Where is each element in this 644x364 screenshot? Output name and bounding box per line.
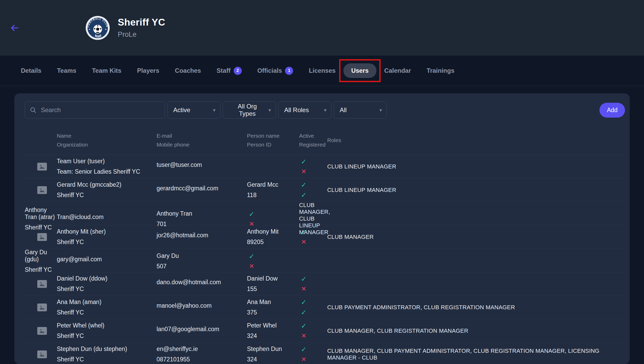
avatar	[25, 280, 57, 288]
roles-filter-value: All Roles	[284, 106, 309, 114]
person-id: 324	[247, 356, 299, 363]
avatar	[25, 304, 57, 311]
active-status-icon: ✓	[300, 276, 308, 282]
tab-label: Players	[137, 67, 159, 74]
table-row[interactable]: Ana Man (aman)Sheriff YC manoel@yahoo.co…	[25, 295, 625, 319]
search-input[interactable]	[40, 106, 160, 114]
tab-players[interactable]: Players	[137, 67, 159, 74]
tab-details[interactable]: Details	[21, 67, 41, 74]
person-name: Peter Whel	[247, 322, 299, 329]
table-row[interactable]: Anthony Mit (sher)Sheriff YC jor26@hotma…	[25, 225, 625, 248]
tab-label: Teams	[57, 67, 76, 74]
roles-filter-select[interactable]: All Roles ▾	[278, 101, 331, 119]
person-name: Daniel Dow	[247, 275, 299, 282]
search-icon	[30, 107, 36, 113]
user-roles: CLUB MANAGER, CLUB PAYMENT ADMINISTRATOR…	[327, 348, 625, 361]
person-name: Stephen Dun	[247, 345, 299, 353]
tab-coaches[interactable]: Coaches	[175, 67, 201, 74]
user-organization: Team: Senior Ladies Sheriff YC	[57, 168, 157, 175]
registered-status-icon: ✕	[300, 168, 308, 175]
image-placeholder-icon	[37, 327, 47, 335]
person-id: 507	[157, 263, 247, 270]
person-id: 118	[247, 192, 299, 199]
scope-filter-value: All	[340, 106, 347, 114]
tab-team-kits[interactable]: Team Kits	[92, 67, 121, 74]
image-placeholder-icon	[37, 304, 47, 311]
chevron-down-icon: ▾	[213, 107, 215, 113]
tab-officials[interactable]: Officials1	[257, 67, 293, 75]
back-button[interactable]	[9, 22, 20, 34]
user-organization: Sheriff YC	[57, 356, 157, 363]
tab-label: Officials	[257, 67, 282, 74]
user-organization: Sheriff YC	[57, 309, 157, 316]
person-name: Gary Du	[157, 252, 247, 259]
col-header-organization: Organization	[57, 142, 157, 148]
tab-label: Team Kits	[92, 67, 121, 74]
user-email: manoel@yahoo.com	[157, 302, 247, 309]
user-mobile: 0872101955	[157, 356, 247, 363]
user-roles: CLUB PAYMENT ADMINISTRATOR, CLUB REGISTR…	[327, 304, 625, 311]
table-row[interactable]: Anthony Tran (atrar)Sheriff YC Tran@iclo…	[25, 202, 625, 225]
table-row[interactable]: Gerard Mcc (gmccabe2)Sheriff YC gerardmc…	[25, 178, 625, 202]
officials-count-badge: 1	[285, 67, 293, 75]
user-email: Tran@icloud.com	[57, 214, 157, 221]
avatar	[25, 186, 57, 194]
page-title: Sheriff YC	[118, 17, 165, 28]
registered-status-icon: ✕	[300, 356, 308, 362]
tab-licenses[interactable]: Licenses	[309, 67, 336, 74]
active-status-icon: ✓	[247, 211, 256, 217]
tab-teams[interactable]: Teams	[57, 67, 76, 74]
active-status-icon: ✓	[300, 346, 308, 353]
registered-status-icon: ✓	[300, 309, 308, 316]
user-email: en@sheriffyc.ie	[157, 345, 247, 353]
col-header-email: E-mail	[157, 133, 247, 139]
users-table: Name Organization E-mail Mobile phone Pe…	[25, 129, 625, 364]
chevron-down-icon: ▾	[324, 107, 326, 113]
tab-trainings[interactable]: Trainings	[427, 67, 455, 74]
page-subtitle: ProLe	[118, 31, 165, 39]
person-name: Anthony Mit	[247, 228, 299, 235]
arrow-left-icon	[10, 23, 20, 33]
user-email: lan07@googlemail.com	[157, 326, 247, 333]
user-name: Ana Man (aman)	[57, 299, 157, 306]
registered-status-icon: ✕	[300, 333, 308, 339]
tab-users[interactable]: Users	[343, 63, 376, 78]
tab-calendar[interactable]: Calendar	[384, 67, 411, 74]
user-email: tuser@tuser.com	[157, 161, 247, 168]
active-status-icon: ✓	[300, 158, 308, 165]
football-club-badge-icon: FOOTBALL CLUB ★ ★	[85, 16, 110, 40]
person-name: Ana Man	[247, 299, 299, 306]
registered-status-icon: ✕	[300, 286, 308, 292]
add-user-button[interactable]: Add	[599, 103, 625, 118]
user-roles: CLUB LINEUP MANAGER	[327, 187, 625, 193]
status-filter-select[interactable]: Active ▾	[167, 101, 220, 119]
tab-label: Licenses	[309, 67, 336, 74]
tab-label: Trainings	[427, 67, 455, 74]
avatar	[25, 233, 57, 241]
user-name: Daniel Dow (ddow)	[57, 275, 157, 282]
user-email: gerardmcc@gmail.com	[157, 185, 247, 192]
registered-status-icon: ✓	[300, 192, 308, 198]
scope-filter-select[interactable]: All ▾	[334, 101, 387, 119]
person-id: 324	[247, 332, 299, 339]
person-id: 89205	[247, 239, 299, 246]
avatar	[25, 350, 57, 358]
user-name: Team User (tuser)	[57, 158, 157, 165]
col-header-mobile: Mobile phone	[157, 142, 247, 148]
table-row[interactable]: Gary Du (gdu)Sheriff YC gary@gmail.com G…	[25, 248, 625, 272]
col-header-registered: Registered	[299, 142, 327, 148]
table-row[interactable]: Daniel Dow (ddow)Sheriff YC dano.dow@hot…	[25, 272, 625, 295]
active-status-icon: ✓	[247, 253, 256, 260]
table-row[interactable]: Peter Whel (whel)Sheriff YC lan07@google…	[25, 319, 625, 342]
active-status-icon: ✓	[300, 229, 308, 235]
active-status-icon: ✓	[300, 323, 308, 329]
person-name: Anthony Tran	[157, 210, 247, 217]
org-type-filter-select[interactable]: All Org Types ▾	[223, 101, 276, 119]
users-panel: Active ▾ All Org Types ▾ All Roles ▾ All…	[14, 93, 630, 364]
col-header-person-name: Person name	[247, 133, 299, 139]
table-row[interactable]: Stephen Dun (du stephen)Sheriff YC en@sh…	[25, 342, 625, 364]
tab-label: Staff	[216, 67, 230, 74]
user-organization: Sheriff YC	[57, 332, 157, 339]
tab-staff[interactable]: Staff2	[216, 67, 242, 75]
table-row[interactable]: Team User (tuser)Team: Senior Ladies She…	[25, 155, 625, 178]
